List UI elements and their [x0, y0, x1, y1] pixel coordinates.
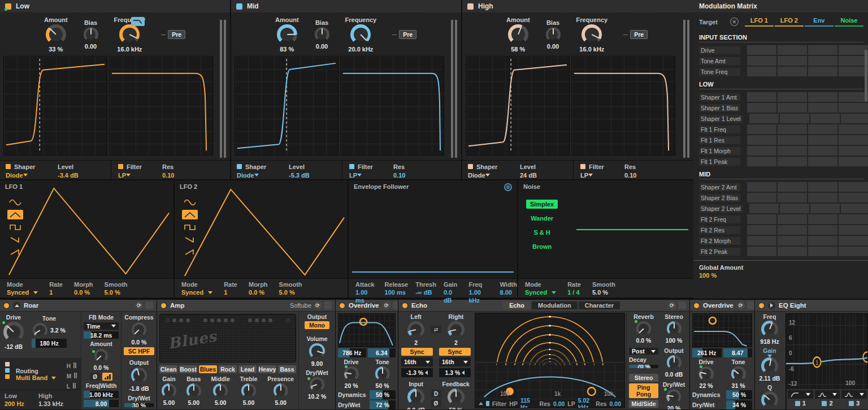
eq-band3-type-select[interactable]: [841, 390, 867, 399]
matrix-cell[interactable]: [808, 182, 837, 192]
matrix-cell[interactable]: [778, 193, 807, 202]
filter-display[interactable]: [109, 56, 213, 156]
close-icon[interactable]: ✕: [730, 18, 739, 26]
tab-character[interactable]: Character: [579, 301, 620, 309]
pre-button[interactable]: Pre: [168, 30, 185, 39]
matrix-cell[interactable]: [778, 56, 807, 66]
noise-display[interactable]: Simplex Wander S & H Brown: [518, 180, 693, 278]
shaper-swatch[interactable]: [237, 164, 242, 169]
eq-q-knob[interactable]: [761, 391, 778, 408]
level-value[interactable]: 24 dB: [520, 171, 573, 179]
echo-phase-button[interactable]: Ø: [431, 399, 441, 407]
square-wave-icon[interactable]: [182, 222, 198, 232]
matrix-cell[interactable]: [747, 92, 776, 102]
matrix-cell[interactable]: [747, 45, 776, 55]
shaper-swatch[interactable]: [6, 164, 11, 169]
save-preset-icon[interactable]: [393, 301, 398, 309]
od2-dynamics[interactable]: 50 %: [726, 390, 752, 399]
matrix-col-lfo2[interactable]: LFO 2: [775, 17, 804, 27]
envelope-display[interactable]: [349, 180, 517, 278]
matrix-cell[interactable]: [808, 193, 837, 202]
echo-output-knob[interactable]: Output 0.0 dB: [664, 347, 683, 378]
matrix-cell[interactable]: [778, 157, 807, 166]
matrix-cell[interactable]: [778, 182, 807, 192]
od1-drive-knob[interactable]: Drive 20 %: [344, 359, 358, 389]
triangle-wave-icon[interactable]: [182, 210, 198, 219]
sine-wave-icon[interactable]: [7, 197, 23, 207]
echo-right-time-knob[interactable]: Right 2: [441, 313, 471, 346]
res-value[interactable]: 0.10: [162, 171, 230, 179]
fold-icon[interactable]: [768, 302, 775, 309]
matrix-col-env[interactable]: Env: [805, 17, 834, 27]
eq-band3-number[interactable]: 3: [856, 400, 860, 407]
noise-rate[interactable]: Rate 1 / 4: [567, 280, 581, 297]
od2-dry-wet[interactable]: 34 %: [726, 400, 752, 409]
device-on-toggle[interactable]: [339, 303, 345, 309]
echo-left-offset[interactable]: -1.3 %: [401, 368, 433, 377]
eq8-header[interactable]: EQ Eight: [755, 300, 868, 312]
od2-freq[interactable]: 261 Hz: [692, 348, 722, 357]
band-low-header[interactable]: Low: [0, 0, 230, 13]
mono-button[interactable]: Mono: [305, 321, 329, 329]
shaper-type-select[interactable]: Diode: [468, 171, 520, 179]
matrix-cell[interactable]: [839, 236, 868, 245]
lfo1-smooth[interactable]: Smooth 5.0 %: [105, 280, 128, 297]
matrix-cell[interactable]: [810, 114, 840, 123]
matrix-cell[interactable]: [808, 157, 837, 166]
matrix-cell[interactable]: [839, 135, 868, 145]
filter-type-select[interactable]: LP: [349, 171, 393, 179]
shaper-swatch[interactable]: [468, 164, 473, 169]
matrix-cell[interactable]: [747, 236, 776, 245]
matrix-cell[interactable]: [747, 56, 776, 66]
od1-freq[interactable]: 786 Hz: [338, 348, 366, 357]
matrix-cell[interactable]: [778, 124, 807, 134]
matrix-col-lfo1[interactable]: LFO 1: [745, 17, 774, 27]
matrix-cell[interactable]: [839, 214, 868, 224]
fb-slope-button[interactable]: [102, 373, 112, 381]
lfo2-smooth[interactable]: Smooth 5.0 %: [279, 280, 302, 297]
matrix-cell[interactable]: [839, 45, 868, 55]
matrix-cell[interactable]: [841, 114, 868, 123]
save-preset-icon[interactable]: [678, 301, 686, 309]
lp-res-value[interactable]: 0.00: [610, 400, 621, 407]
tab-echo[interactable]: Echo: [503, 301, 531, 309]
square-wave-icon[interactable]: [7, 222, 23, 232]
compress-knob[interactable]: [132, 322, 146, 337]
od1-dynamics[interactable]: 50 %: [370, 390, 396, 399]
shaper-type-select[interactable]: Diode: [6, 171, 58, 179]
device-on-toggle[interactable]: [693, 303, 700, 309]
matrix-cell[interactable]: [841, 204, 868, 213]
matrix-cell[interactable]: [778, 135, 807, 145]
echo-right-division-select[interactable]: 16th: [439, 357, 471, 366]
preset-heavy[interactable]: Heavy: [258, 365, 276, 373]
mode-stereo-button[interactable]: Stereo: [629, 374, 658, 382]
pre-button[interactable]: Pre: [630, 30, 648, 39]
res-value[interactable]: 0.10: [624, 171, 693, 179]
fb-time[interactable]: 18.2 ms: [84, 331, 119, 339]
amp-gain-knob[interactable]: Gain 5.00: [162, 376, 176, 406]
matrix-cell[interactable]: [747, 193, 776, 202]
filter-swatch[interactable]: [349, 164, 354, 169]
lfo2-rate[interactable]: Rate 1: [224, 280, 237, 297]
pre-button[interactable]: Pre: [399, 30, 416, 39]
matrix-cell[interactable]: [808, 225, 837, 235]
od1-filter-display[interactable]: [338, 313, 396, 347]
fb-phase-button[interactable]: Ø: [90, 373, 100, 381]
matrix-cell[interactable]: [747, 124, 776, 134]
eq-freq-knob[interactable]: [761, 321, 778, 338]
preset-lead[interactable]: Lead: [238, 365, 257, 373]
echo-dry-wet-knob[interactable]: Dry/Wet 20 %: [663, 381, 685, 409]
matrix-cell[interactable]: [747, 146, 776, 156]
band-color-swatch[interactable]: [467, 3, 474, 10]
od2-tone-knob[interactable]: Tone 31 %: [731, 359, 746, 389]
matrix-cell[interactable]: [749, 204, 779, 213]
preset-rock[interactable]: Rock: [219, 365, 237, 373]
matrix-cell[interactable]: [778, 146, 807, 156]
fb-amount-knob[interactable]: [94, 349, 108, 362]
hotswap-icon[interactable]: ⟳: [668, 301, 676, 309]
eq-band2-enable[interactable]: [822, 401, 827, 406]
eq-band1-type-select[interactable]: [788, 390, 813, 399]
echo-feedback-knob[interactable]: Feedback 50 %: [441, 381, 471, 409]
matrix-cell[interactable]: [747, 247, 776, 256]
matrix-cell[interactable]: [808, 247, 837, 256]
